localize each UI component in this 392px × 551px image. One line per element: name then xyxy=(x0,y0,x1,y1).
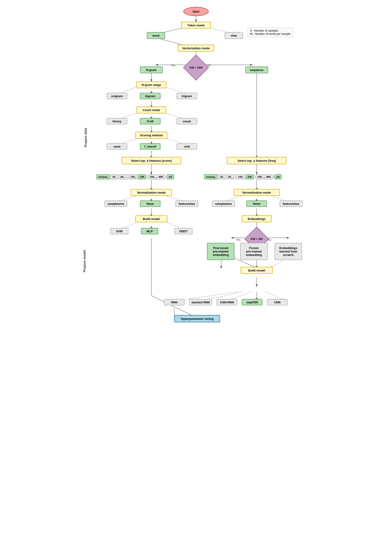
build-model-left-node: Build model xyxy=(135,215,167,222)
sw-1500-diamond: S/W < 1500 xyxy=(183,55,209,80)
scratch-node: Embeddings learned from scratch xyxy=(274,243,302,260)
legend-box: S - Number of samples W - Number of word… xyxy=(247,28,293,37)
mlp-node: MLP xyxy=(141,228,158,234)
f-classif-node: f_classif xyxy=(140,143,161,150)
none-node: none xyxy=(107,143,127,150)
frozen-node: Frozen pre-trained embedding xyxy=(240,243,268,260)
yes2-label: Yes xyxy=(236,238,241,241)
chi2-node: chi2 xyxy=(176,143,197,150)
samplewise-right-node: samplewise xyxy=(212,200,235,207)
yes1-label: Yes xyxy=(171,64,175,67)
stacked-rnn-node: stacked RNN xyxy=(189,299,212,305)
ngram-range-node: N-gram range xyxy=(136,81,166,88)
svm-node: SVM xyxy=(110,228,128,234)
bigram-node: bigram xyxy=(140,93,161,99)
rnn-node: RNN xyxy=(164,299,185,305)
scoring-method-node: Scoring method xyxy=(135,132,167,139)
hyperparameter-node: Hyperparameter tuning xyxy=(174,315,220,322)
legend-line1: S - Number of samples xyxy=(250,29,291,32)
samplewise-left-node: samplewise xyxy=(105,200,127,207)
binary-node: binary xyxy=(107,118,127,124)
no1-label: No xyxy=(207,64,211,67)
cnn-rnn-node: CNN-RNN xyxy=(217,299,237,305)
none-right-node: None xyxy=(246,200,267,207)
gbdt-node: GBDT xyxy=(174,228,193,234)
start-node: Start xyxy=(183,7,209,16)
prepare-model-label: Prepare model xyxy=(78,215,91,307)
select-top-k-score-node: Select top_k features [score] xyxy=(122,157,181,164)
unigram-node: unigram xyxy=(107,93,127,99)
token-mode-node: Token mode xyxy=(181,22,211,29)
top-k-right: min(top, 1K, 2K,... 15K, 20K / 25K, ... … xyxy=(204,173,298,180)
count-mode-node: Count mode xyxy=(136,106,166,113)
legend-line2: W - Number of words per sample xyxy=(250,32,291,35)
cnn-node: CNN xyxy=(267,299,287,305)
ngram-node: N-gram xyxy=(140,66,163,73)
prepare-data-label: Prepare data xyxy=(79,66,92,208)
none-left-node: None xyxy=(140,200,161,207)
featurewise-left-node: featurewise xyxy=(175,200,198,207)
sequence-node: sequence xyxy=(245,66,268,73)
trigram-node: trigram xyxy=(176,93,197,99)
norm-mode-right-node: Normalization mode xyxy=(234,189,280,196)
build-model-right-node: Build model xyxy=(241,267,273,274)
vectorization-mode-node: Vectorization mode xyxy=(178,45,214,51)
diagram-container: S - Number of samples W - Number of word… xyxy=(92,0,300,527)
char-node: char xyxy=(225,32,243,39)
sepcnn-node: sepCNN xyxy=(242,299,262,305)
embeddings-node: Embeddings xyxy=(242,215,272,222)
no2-label: No xyxy=(268,238,271,241)
norm-mode-left-node: Normalization mode xyxy=(131,189,172,196)
tfidf-node: tf-idf xyxy=(140,118,161,124)
word-node: word xyxy=(147,32,165,39)
select-top-k-freq-node: Select top_k features [freq] xyxy=(227,157,287,164)
top-k-left: min(top, 1K, 2K,... 15K, 20K / 25K, ... … xyxy=(96,173,193,180)
count-node: count xyxy=(176,118,197,124)
fine-tuned-node: Fine-tuned pre-trained embedding xyxy=(207,243,234,260)
featurewise-right-node: featurewise xyxy=(280,200,302,207)
